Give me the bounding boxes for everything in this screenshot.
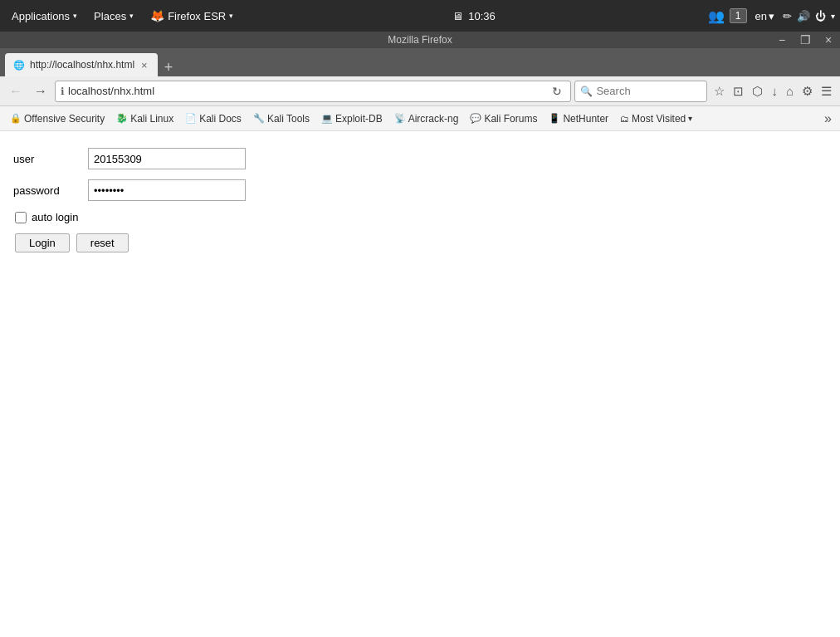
bookmark-nethunter[interactable]: 📱 NetHunter bbox=[544, 111, 613, 126]
bookmark-label: Exploit-DB bbox=[335, 113, 383, 125]
bookmark-offensive-security[interactable]: 🔒 Offensive Security bbox=[5, 111, 110, 126]
applications-chevron: ▾ bbox=[73, 12, 77, 20]
aircrack-icon: 📡 bbox=[394, 113, 406, 124]
tab-bar: 🌐 http://localhost/nhx.html × + bbox=[0, 48, 840, 76]
workspace-badge[interactable]: 1 bbox=[730, 8, 747, 23]
user-row: user bbox=[13, 148, 827, 169]
active-tab[interactable]: 🌐 http://localhost/nhx.html × bbox=[5, 53, 158, 76]
bookmark-label: Kali Forums bbox=[484, 113, 537, 125]
login-button[interactable]: Login bbox=[15, 233, 70, 252]
taskbar-right: 👥 1 en ▾ ✏ 🔊 ⏻ ▾ bbox=[708, 8, 835, 24]
password-row: password bbox=[13, 179, 827, 201]
home-button[interactable]: ⌂ bbox=[783, 82, 797, 100]
reset-button[interactable]: reset bbox=[76, 233, 129, 252]
user-label: user bbox=[13, 153, 80, 165]
firefox-chevron: ▾ bbox=[229, 12, 233, 20]
tools-button[interactable]: ⚙ bbox=[798, 82, 816, 100]
kali-linux-icon: 🐉 bbox=[116, 113, 128, 124]
reload-button[interactable]: ↻ bbox=[549, 83, 565, 100]
offensive-security-icon: 🔒 bbox=[10, 113, 22, 124]
firefox-label: Firefox ESR bbox=[168, 10, 226, 22]
bookmark-label: Offensive Security bbox=[24, 113, 105, 125]
bookmark-exploit-db[interactable]: 💻 Exploit-DB bbox=[316, 111, 388, 126]
minimize-button[interactable]: − bbox=[770, 32, 794, 48]
search-icon: 🔍 bbox=[580, 86, 593, 97]
more-bookmarks-button[interactable]: » bbox=[821, 111, 835, 126]
menu-button[interactable]: ☰ bbox=[818, 82, 835, 100]
bookmark-label: Most Visited bbox=[632, 113, 686, 125]
search-input[interactable] bbox=[596, 85, 696, 97]
bookmark-kali-linux[interactable]: 🐉 Kali Linux bbox=[111, 111, 178, 126]
new-tab-button[interactable]: + bbox=[159, 60, 178, 75]
taskbar-center: 🖥 10:36 bbox=[243, 10, 705, 22]
tab-close-button[interactable]: × bbox=[139, 59, 149, 71]
kali-tools-icon: 🔧 bbox=[253, 113, 265, 124]
nav-actions: ☆ ⊡ ⬡ ↓ ⌂ ⚙ ☰ bbox=[711, 82, 835, 100]
back-button[interactable]: ← bbox=[5, 82, 27, 100]
bookmark-label: Kali Docs bbox=[199, 113, 242, 125]
pocket-button[interactable]: ⬡ bbox=[749, 82, 766, 100]
auto-login-row: auto login bbox=[15, 211, 827, 223]
volume-icon[interactable]: 🔊 bbox=[797, 10, 810, 22]
reader-view-button[interactable]: ⊡ bbox=[730, 82, 747, 100]
power-chevron[interactable]: ▾ bbox=[831, 12, 835, 21]
bookmark-label: Kali Tools bbox=[267, 113, 310, 125]
firefox-window-title: Mozilla Firefox bbox=[388, 34, 452, 46]
auto-login-label: auto login bbox=[32, 211, 78, 223]
login-form: user password auto login Login reset bbox=[13, 148, 827, 252]
navigation-bar: ← → ℹ ↻ 🔍 ☆ ⊡ ⬡ ↓ ⌂ ⚙ ☰ bbox=[0, 76, 840, 106]
places-label: Places bbox=[94, 10, 126, 22]
downloads-button[interactable]: ↓ bbox=[768, 82, 781, 100]
address-bar[interactable]: ℹ ↻ bbox=[55, 81, 571, 102]
places-menu[interactable]: Places ▾ bbox=[87, 7, 140, 26]
most-visited-icon: 🗂 bbox=[620, 114, 629, 124]
firefox-icon: 🦊 bbox=[150, 9, 164, 22]
form-buttons: Login reset bbox=[15, 233, 827, 252]
url-input[interactable] bbox=[68, 85, 545, 97]
kali-docs-icon: 📄 bbox=[185, 113, 197, 124]
tab-favicon: 🌐 bbox=[13, 60, 25, 71]
password-input[interactable] bbox=[88, 179, 246, 201]
bookmark-label: NetHunter bbox=[563, 113, 608, 125]
auto-login-checkbox[interactable] bbox=[15, 212, 27, 223]
page-content: user password auto login Login reset bbox=[0, 131, 840, 632]
user-input[interactable] bbox=[88, 148, 246, 169]
applications-label: Applications bbox=[12, 10, 70, 22]
system-taskbar: Applications ▾ Places ▾ 🦊 Firefox ESR ▾ … bbox=[0, 0, 840, 32]
info-icon[interactable]: ℹ bbox=[61, 86, 65, 97]
pen-icon[interactable]: ✏ bbox=[783, 10, 792, 22]
password-label: password bbox=[13, 184, 80, 197]
bookmark-aircrack-ng[interactable]: 📡 Aircrack-ng bbox=[389, 111, 464, 126]
language-label: en bbox=[755, 10, 767, 22]
bookmark-star-button[interactable]: ☆ bbox=[711, 82, 728, 100]
search-bar: 🔍 bbox=[574, 81, 707, 102]
bookmark-most-visited[interactable]: 🗂 Most Visited ▾ bbox=[615, 111, 697, 126]
exploit-db-icon: 💻 bbox=[321, 113, 333, 124]
system-time: 10:36 bbox=[468, 10, 496, 22]
bookmark-kali-docs[interactable]: 📄 Kali Docs bbox=[180, 111, 247, 126]
clock-icon: 🖥 bbox=[452, 10, 463, 22]
bookmark-kali-tools[interactable]: 🔧 Kali Tools bbox=[248, 111, 315, 126]
bookmark-kali-forums[interactable]: 💬 Kali Forums bbox=[465, 111, 542, 126]
window-controls: − ❐ × bbox=[770, 32, 840, 48]
kali-forums-icon: 💬 bbox=[470, 113, 481, 124]
forward-button[interactable]: → bbox=[30, 82, 51, 100]
nethunter-icon: 📱 bbox=[549, 113, 560, 124]
most-visited-chevron: ▾ bbox=[688, 114, 692, 123]
language-selector[interactable]: en ▾ bbox=[752, 8, 778, 24]
firefox-menu[interactable]: 🦊 Firefox ESR ▾ bbox=[144, 6, 240, 26]
bookmarks-bar: 🔒 Offensive Security 🐉 Kali Linux 📄 Kali… bbox=[0, 106, 840, 131]
firefox-titlebar: Mozilla Firefox − ❐ × bbox=[0, 32, 840, 48]
close-button[interactable]: × bbox=[817, 32, 840, 48]
power-icon[interactable]: ⏻ bbox=[815, 10, 826, 22]
bookmark-label: Aircrack-ng bbox=[408, 113, 459, 125]
tab-url: http://localhost/nhx.html bbox=[30, 59, 134, 71]
places-chevron: ▾ bbox=[129, 12, 134, 20]
bookmark-label: Kali Linux bbox=[130, 113, 173, 125]
users-icon[interactable]: 👥 bbox=[708, 8, 725, 24]
restore-button[interactable]: ❐ bbox=[794, 32, 817, 48]
language-chevron: ▾ bbox=[769, 10, 774, 22]
applications-menu[interactable]: Applications ▾ bbox=[5, 7, 84, 26]
